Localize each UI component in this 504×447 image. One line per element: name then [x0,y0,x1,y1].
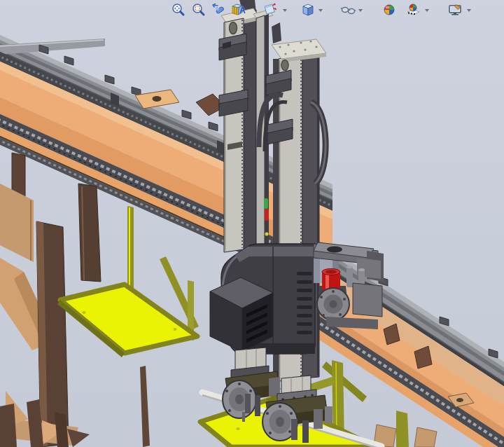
zoom-to-area-button[interactable] [191,2,206,18]
view-settings-dropdown[interactable] [467,9,471,12]
color-sphere-icon [382,2,397,18]
shaded-cube-icon [300,2,316,18]
red-cylinder [322,269,340,291]
cad-viewport[interactable]: A [0,0,504,447]
model-canvas [0,0,504,447]
display-style-button[interactable] [300,2,316,18]
scene-sphere-icon [405,2,421,18]
zoom-to-fit-button[interactable] [171,2,186,18]
previous-view-button[interactable] [211,2,226,18]
display-style-dropdown[interactable] [318,9,323,12]
monitor-icon [447,2,463,18]
heads-up-toolbar: A [0,0,504,21]
hide-show-items-dropdown[interactable] [358,9,363,12]
platform-left[interactable] [57,206,199,357]
eyeglasses-icon [340,2,356,18]
view-settings-button[interactable] [447,2,463,18]
view-cube-panel-icon [262,2,277,18]
edit-appearance-button[interactable] [382,2,397,18]
magnifier-fit-icon [171,2,186,18]
indicator-red [265,209,269,221]
apply-scene-dropdown[interactable] [425,9,429,12]
previous-view-arrow-icon [211,2,226,18]
hide-show-items-button[interactable] [340,2,356,18]
indicator-green [264,198,268,209]
view-orientation-button[interactable] [262,2,277,18]
annotation-views-button[interactable]: A [239,6,246,15]
magnifier-area-icon [191,2,206,18]
apply-scene-button[interactable] [405,2,421,18]
view-orientation-dropdown[interactable] [283,9,287,12]
